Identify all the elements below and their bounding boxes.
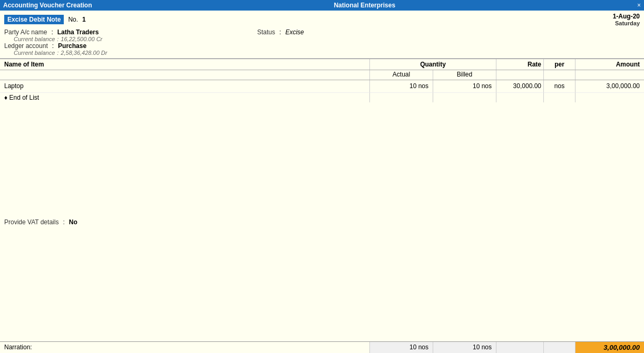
voucher-number[interactable]: 1	[82, 16, 86, 23]
eol-billed	[433, 93, 496, 102]
main-window: Accounting Voucher Creation National Ent…	[0, 0, 644, 353]
table-header-row2: Actual Billed	[0, 70, 644, 80]
ledger-label: Ledger account	[4, 42, 48, 50]
status-sep: :	[277, 28, 283, 36]
end-of-list-row: ♦ End of List	[0, 93, 644, 102]
col-rate-header: Rate	[496, 59, 544, 70]
vat-value[interactable]: No	[69, 218, 77, 226]
party-balance-value: 16,22,500.00 Cr	[61, 36, 102, 42]
ledger-balance-sep: :	[57, 50, 58, 56]
item-actual-qty[interactable]: 10 nos	[370, 80, 433, 93]
col-per-header: per	[544, 59, 575, 70]
ledger-balance-row: Current balance : 2,58,36,428.00 Dr	[4, 50, 257, 56]
no-label: No.	[68, 16, 78, 23]
table-row: Laptop 10 nos 10 nos 30,000.00 nos 3,00,…	[0, 80, 644, 93]
end-of-list-text: ♦ End of List	[0, 93, 370, 102]
date-section: 1-Aug-20 Saturday	[613, 13, 640, 26]
status-field: Status : Excise	[257, 28, 304, 36]
item-billed-qty[interactable]: 10 nos	[433, 80, 496, 93]
ledger-value[interactable]: Purchase	[58, 42, 86, 50]
main-content: Name of Item Quantity Rate per Amount Ac…	[0, 59, 644, 353]
footer-row: Narration: 10 nos 10 nos 3,00,000.00	[0, 341, 644, 353]
title-bar: Accounting Voucher Creation National Ent…	[0, 0, 644, 11]
party-label: Party A/c name	[4, 28, 47, 36]
item-amount: 3,00,000.00	[575, 80, 644, 93]
item-rate[interactable]: 30,000.00	[496, 80, 544, 93]
footer-rate	[496, 342, 544, 353]
narration-label[interactable]: Narration:	[0, 342, 370, 353]
col-billed-header: Billed	[433, 70, 496, 80]
item-name[interactable]: Laptop	[0, 80, 370, 93]
voucher-header: Excise Debit Note No. 1 1-Aug-20 Saturda…	[4, 13, 640, 26]
footer-actual: 10 nos	[370, 342, 433, 353]
ledger-row: Ledger account : Purchase	[4, 42, 257, 50]
header-area: Excise Debit Note No. 1 1-Aug-20 Saturda…	[0, 11, 644, 59]
spacer	[0, 102, 644, 216]
company-name: National Enterprises	[334, 2, 395, 9]
vat-sep: :	[63, 218, 64, 226]
table-header-row1: Name of Item Quantity Rate per Amount	[0, 59, 644, 70]
voucher-day: Saturday	[613, 20, 640, 26]
col-rate-sub	[496, 70, 544, 80]
party-field: Party A/c name : Latha Traders	[4, 28, 257, 36]
col-quantity-header: Quantity	[370, 59, 496, 70]
vat-section: Provide VAT details : No	[0, 216, 644, 228]
ledger-balance-value: 2,58,36,428.00 Dr	[61, 50, 107, 56]
eol-actual	[370, 93, 433, 102]
bottom-spacer	[0, 228, 644, 342]
ledger-sep: :	[50, 42, 56, 50]
party-status-row: Party A/c name : Latha Traders Status : …	[4, 28, 640, 36]
party-balance-label: Current balance	[5, 36, 55, 42]
party-balance-sep: :	[57, 36, 58, 42]
close-button[interactable]: ×	[637, 2, 641, 9]
voucher-date[interactable]: 1-Aug-20	[613, 13, 640, 20]
eol-per	[544, 93, 575, 102]
party-balance-row: Current balance : 16,22,500.00 Cr	[4, 36, 257, 42]
party-value[interactable]: Latha Traders	[57, 28, 99, 36]
col-amount-sub	[575, 70, 644, 80]
item-per[interactable]: nos	[544, 80, 575, 93]
footer-total-amount: 3,00,000.00	[575, 342, 644, 353]
eol-amount	[575, 93, 644, 102]
footer-billed: 10 nos	[433, 342, 496, 353]
vat-label: Provide VAT details	[4, 218, 58, 226]
table-section: Name of Item Quantity Rate per Amount Ac…	[0, 59, 644, 102]
status-label: Status	[257, 28, 275, 36]
voucher-type: Excise Debit Note	[4, 15, 64, 24]
col-actual-header: Actual	[370, 70, 433, 80]
col-name-sub	[0, 70, 370, 80]
status-value[interactable]: Excise	[285, 28, 304, 36]
eol-rate	[496, 93, 544, 102]
app-title: Accounting Voucher Creation	[3, 2, 92, 9]
col-per-sub	[544, 70, 575, 80]
col-name-header: Name of Item	[0, 59, 370, 70]
col-amount-header: Amount	[575, 59, 644, 70]
footer-per	[544, 342, 575, 353]
party-sep: :	[49, 28, 55, 36]
ledger-balance-label: Current balance	[5, 50, 55, 56]
